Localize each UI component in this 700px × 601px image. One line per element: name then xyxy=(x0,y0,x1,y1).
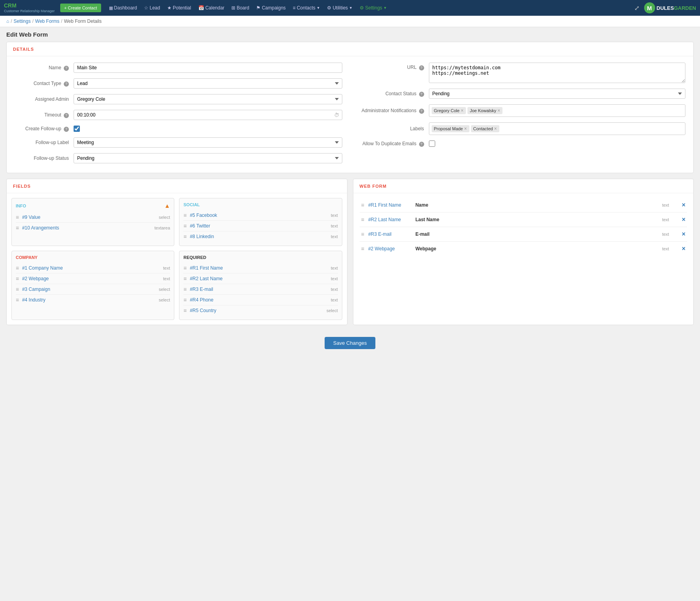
drag-icon-linkedin[interactable]: ≡ xyxy=(183,233,187,240)
field-type-facebook: text xyxy=(331,213,338,218)
drag-icon-wf-r4[interactable]: ≡ xyxy=(361,246,364,252)
drag-icon-arangements[interactable]: ≡ xyxy=(16,225,19,231)
drag-icon-r5[interactable]: ≡ xyxy=(183,307,187,314)
drag-icon-wf-r1[interactable]: ≡ xyxy=(361,202,364,208)
create-contact-button[interactable]: + Create Contact xyxy=(60,4,101,12)
contact-status-help-icon[interactable]: ? xyxy=(419,92,424,97)
field-group-social: SOCIAL ≡ #5 Facebook text ≡ #6 Twitter t… xyxy=(179,198,342,246)
field-type-r2: text xyxy=(331,276,338,281)
field-row-arangements: ≡ #10 Arangements textarea xyxy=(16,223,170,233)
drag-icon-wf-r2[interactable]: ≡ xyxy=(361,216,364,223)
drag-icon-campaign[interactable]: ≡ xyxy=(16,286,19,292)
labels-label: Labels xyxy=(358,126,429,131)
timeout-help-icon[interactable]: ? xyxy=(64,113,69,118)
drag-icon-r4[interactable]: ≡ xyxy=(183,297,187,303)
breadcrumb: ⌂ / Settings / Web Forms / Web Form Deta… xyxy=(0,16,700,27)
expand-icon[interactable]: ⤢ xyxy=(634,4,639,12)
drag-icon-twitter[interactable]: ≡ xyxy=(183,223,187,229)
nav-item-utilities[interactable]: ⚙ Utilities ▼ xyxy=(324,3,356,13)
drag-icon-wf-r3[interactable]: ≡ xyxy=(361,231,364,237)
name-help-icon[interactable]: ? xyxy=(64,66,69,71)
drag-icon-r3[interactable]: ≡ xyxy=(183,286,187,292)
drag-icon-webpage[interactable]: ≡ xyxy=(16,276,19,282)
tag-contacted: Contacted × xyxy=(471,125,499,132)
field-name-value: #9 Value xyxy=(22,215,155,220)
drag-icon-r1[interactable]: ≡ xyxy=(183,265,187,271)
drag-icon-r2[interactable]: ≡ xyxy=(183,276,187,282)
wf-remove-r1[interactable]: × xyxy=(682,202,685,209)
nav-item-campaigns[interactable]: ⚑ Campaigns xyxy=(253,3,289,13)
webform-card: WEB FORM ≡ #R1 First Name Name text × ≡ … xyxy=(353,179,694,325)
page-title: Edit Web Form xyxy=(0,27,700,40)
drag-icon-facebook[interactable]: ≡ xyxy=(183,212,187,218)
save-changes-button[interactable]: Save Changes xyxy=(325,337,375,349)
field-row-campaign: ≡ #3 Campaign select xyxy=(16,284,170,295)
wf-remove-r4[interactable]: × xyxy=(682,245,685,252)
field-name-arangements: #10 Arangements xyxy=(22,225,151,231)
main-content: DETAILS Name ? xyxy=(0,40,700,361)
drag-icon-company-name[interactable]: ≡ xyxy=(16,265,19,271)
wf-row-r4: ≡ #2 Webpage Webpage text × xyxy=(360,242,687,256)
details-card-header: DETAILS xyxy=(7,42,693,56)
field-name-industry: #4 Industry xyxy=(22,297,155,303)
wf-field-name-r2: Last Name xyxy=(416,217,658,222)
field-row-r5-country: ≡ #R5 Country select xyxy=(183,305,338,316)
nav-item-lead[interactable]: ☆ Lead xyxy=(141,3,163,13)
wf-field-id-r3: #R3 E-mail xyxy=(368,231,412,237)
field-name-company-name: #1 Company Name xyxy=(22,265,160,271)
brand: CRM Customer Relationship Manager xyxy=(4,3,55,13)
wf-remove-r2[interactable]: × xyxy=(682,216,685,223)
tag-proposal-remove[interactable]: × xyxy=(464,126,467,131)
breadcrumb-webforms[interactable]: Web Forms xyxy=(35,18,59,24)
webform-card-header: WEB FORM xyxy=(353,179,694,193)
drag-icon-value[interactable]: ≡ xyxy=(16,214,19,220)
field-type-company-name: text xyxy=(163,266,170,270)
create-followup-checkbox[interactable] xyxy=(74,126,80,132)
contact-type-select[interactable]: Lead Potential Contact xyxy=(74,78,342,89)
wf-field-name-r4: Webpage xyxy=(416,246,658,251)
wf-remove-r3[interactable]: × xyxy=(682,231,685,238)
field-row-company-name: ≡ #1 Company Name text xyxy=(16,263,170,274)
nav-item-contacts[interactable]: ≡ Contacts ▼ xyxy=(290,3,323,13)
assigned-admin-select[interactable]: Gregory Cole Joe Kowalsky xyxy=(74,94,342,104)
breadcrumb-settings[interactable]: Settings xyxy=(14,18,31,24)
nav-item-potential[interactable]: ★ Potential xyxy=(164,3,194,13)
assigned-admin-label: Assigned Admin xyxy=(15,96,74,102)
field-row-value: ≡ #9 Value select xyxy=(16,212,170,223)
followup-label-select[interactable]: Meeting Call Email xyxy=(74,137,342,148)
contact-status-select[interactable]: Pending Active Inactive xyxy=(429,89,686,99)
field-name-r1: #R1 First Name xyxy=(190,265,327,271)
nav-item-board[interactable]: ⊞ Board xyxy=(228,3,252,13)
field-row-webpage: ≡ #2 Webpage text xyxy=(16,274,170,284)
nav-item-settings[interactable]: ⚙ Settings ▼ xyxy=(356,3,390,13)
nav-item-dashboard[interactable]: ▦ Dashboard xyxy=(106,3,140,13)
contact-type-help-icon[interactable]: ? xyxy=(64,81,69,87)
name-input[interactable] xyxy=(74,63,342,73)
contact-status-row: Contact Status ? Pending Active Inactive xyxy=(358,89,686,99)
allow-duplicate-checkbox[interactable] xyxy=(429,141,435,147)
followup-status-select[interactable]: Pending Active Completed xyxy=(74,153,342,163)
url-help-icon[interactable]: ? xyxy=(419,65,424,70)
wf-field-name-r1: Name xyxy=(416,202,658,208)
field-name-r5: #R5 Country xyxy=(190,308,323,313)
star-icon-potential: ★ xyxy=(167,5,172,11)
tag-proposal-made: Proposal Made × xyxy=(432,125,469,132)
field-group-required: REQUIRED ≡ #R1 First Name text ≡ #R2 Las… xyxy=(179,251,342,320)
url-input[interactable]: https://mytestdomain.com https://meeting… xyxy=(429,63,686,83)
field-name-r4: #R4 Phone xyxy=(190,297,327,303)
admin-notif-help-icon[interactable]: ? xyxy=(419,109,424,114)
admin-notifications-tags[interactable]: Gregory Cole × Joe Kowalsky × xyxy=(429,104,686,117)
breadcrumb-home-icon[interactable]: ⌂ xyxy=(6,18,9,24)
nav-item-calendar[interactable]: 📅 Calendar xyxy=(195,3,228,13)
name-label: Name ? xyxy=(15,65,74,71)
tag-gregory-remove[interactable]: × xyxy=(461,108,464,113)
calendar-icon: 📅 xyxy=(198,5,204,11)
tag-joe-remove[interactable]: × xyxy=(497,108,500,113)
tag-contacted-remove[interactable]: × xyxy=(494,126,497,131)
timeout-input[interactable] xyxy=(74,110,342,120)
labels-tags[interactable]: Proposal Made × Contacted × xyxy=(429,122,686,135)
followup-help-icon[interactable]: ? xyxy=(64,127,69,132)
allow-dup-help-icon[interactable]: ? xyxy=(419,142,424,147)
drag-icon-industry[interactable]: ≡ xyxy=(16,297,19,303)
fields-card-header: FIELDS xyxy=(7,179,347,193)
